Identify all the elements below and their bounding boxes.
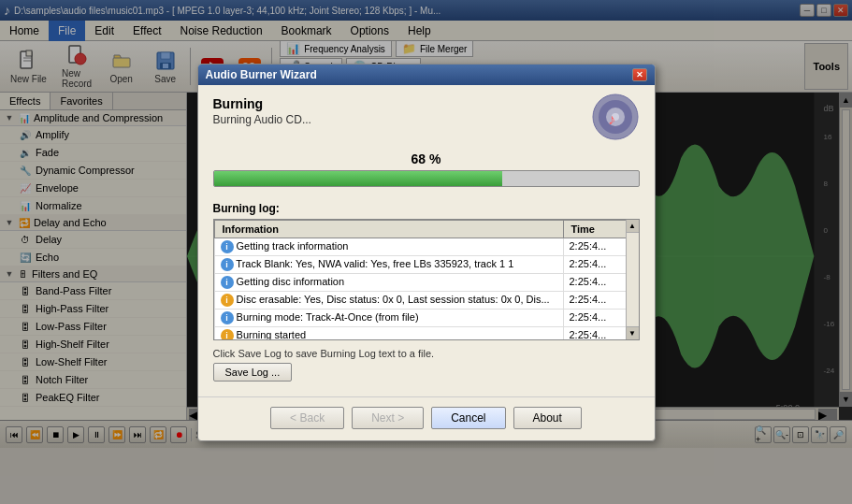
info-icon: i (221, 276, 234, 289)
info-icon: i (221, 311, 234, 324)
warn-icon: i (221, 329, 234, 340)
log-row: i Track Blank: Yes, NWA valid: Yes, free… (214, 255, 638, 273)
warn-icon: i (221, 294, 234, 307)
progress-bar-bg (213, 170, 640, 187)
log-scroll-up[interactable]: ▲ (627, 220, 639, 233)
log-cell-info: i Track Blank: Yes, NWA valid: Yes, free… (214, 255, 563, 273)
about-button[interactable]: About (513, 407, 582, 429)
info-icon: i (221, 258, 234, 271)
log-row: i Disc erasable: Yes, Disc status: 0x 0,… (214, 291, 638, 309)
log-row: i Burning started2:25:4... (214, 326, 638, 340)
log-cell-info: i Disc erasable: Yes, Disc status: 0x 0,… (214, 291, 563, 309)
log-cell-info: i Getting disc information (214, 273, 563, 291)
log-row: i Getting track information2:25:4... (214, 238, 638, 255)
svg-text:♪: ♪ (608, 111, 615, 127)
log-cell-info: i Burning mode: Track-At-Once (from file… (214, 309, 563, 326)
log-col-info: Information (214, 220, 563, 238)
dialog-titlebar: Audio Burner Wizard ✕ (198, 65, 655, 85)
log-scroll-track[interactable] (627, 233, 639, 326)
log-scroll-down[interactable]: ▼ (627, 326, 639, 339)
dialog-close-button[interactable]: ✕ (632, 68, 647, 81)
log-cell-info: i Burning started (214, 326, 563, 340)
progress-container: 68 % (213, 151, 640, 187)
save-log-text: Click Save Log to save Burning Log text … (213, 348, 640, 359)
dialog-title: Audio Burner Wizard (206, 68, 317, 81)
log-table: Information Time i Getting track informa… (214, 220, 639, 340)
back-button[interactable]: < Back (270, 407, 344, 429)
dialog-footer: < Back Next > Cancel About (198, 396, 655, 440)
audio-burner-dialog: Audio Burner Wizard ✕ Burning Burning Au… (197, 64, 656, 441)
dialog-body: Burning Burning Audio CD... ♪ (198, 85, 655, 393)
next-button[interactable]: Next > (352, 407, 424, 429)
log-section: Burning log: Information Time i Getting … (213, 202, 640, 340)
log-label: Burning log: (213, 202, 640, 215)
log-row: i Getting disc information2:25:4... (214, 273, 638, 291)
save-log-button[interactable]: Save Log ... (213, 363, 293, 382)
info-icon: i (221, 240, 234, 253)
dialog-section-subtitle: Burning Audio CD... (213, 113, 311, 126)
modal-overlay: Audio Burner Wizard ✕ Burning Burning Au… (0, 0, 852, 504)
cancel-button[interactable]: Cancel (431, 407, 505, 429)
progress-label: 68 % (213, 151, 640, 166)
progress-bar-fill (214, 171, 503, 186)
cd-burning-icon: ♪ (591, 93, 640, 144)
log-cell-info: i Getting track information (214, 238, 563, 255)
log-row: i Burning mode: Track-At-Once (from file… (214, 309, 638, 326)
dialog-section-title: Burning (213, 96, 311, 111)
log-scrollbar[interactable]: ▲ ▼ (626, 220, 639, 339)
